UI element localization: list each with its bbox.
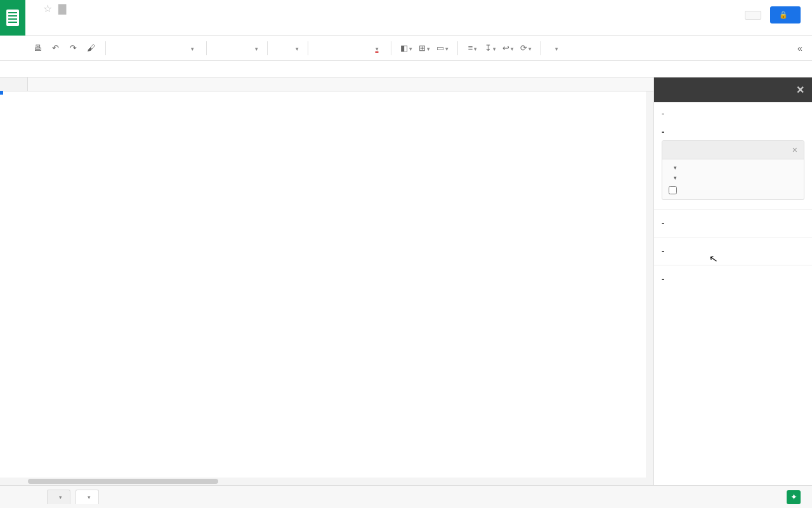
sheets-logo[interactable] [0,0,25,36]
redo-icon[interactable]: ↷ [67,43,79,53]
show-totals-checkbox[interactable] [669,186,797,194]
number-format[interactable]: ▾ [186,43,197,53]
data-range: - [662,109,804,118]
star-icon[interactable]: ☆ [43,3,52,15]
spreadsheet-grid[interactable] [0,77,653,485]
more-button[interactable]: ▾ [550,43,561,53]
folder-icon[interactable]: ▇ [58,3,66,15]
add-sheet-button[interactable] [6,490,22,505]
lock-icon: 🔒 [779,11,788,19]
fill-color-icon[interactable]: ◧▾ [400,43,412,53]
explore-icon: ✦ [787,490,801,504]
font-select[interactable]: ▾ [216,43,258,53]
sheet-tab-bar: ▾ ▾ ✦ [0,485,812,508]
rotate-icon[interactable]: ⟳▾ [520,43,532,53]
undo-icon[interactable]: ↶ [49,43,61,53]
text-color-button[interactable]: ▾ [370,43,382,53]
vertical-scrollbar[interactable] [646,91,653,485]
remove-group-icon[interactable]: × [792,145,797,155]
order-dropdown[interactable]: ▾ [669,164,797,171]
column-headers [0,77,653,91]
font-size-select[interactable]: ▾ [277,43,299,53]
toolbar: 🖶 ↶ ↷ 🖌 ▾ ▾ ▾ ▾ ◧▾ ⊞▾ ▭▾ ≡▾ ↧▾ ↩▾ ⟳▾ ▾ « [0,36,812,61]
sheet-tab-data[interactable]: ▾ [47,490,70,504]
formula-bar [0,61,812,77]
selection-box [0,91,3,94]
all-sheets-button[interactable] [27,490,42,505]
title-area: ☆ ▇ [25,0,745,17]
wrap-icon[interactable]: ↩▾ [502,43,514,53]
h-align-icon[interactable]: ≡▾ [467,43,478,53]
sheet-tab-pivot[interactable]: ▾ [75,490,99,504]
paint-format-icon[interactable]: 🖌 [85,43,96,53]
titlebar: ☆ ▇ 🔒 [0,0,812,36]
close-icon[interactable]: ✕ [796,84,804,96]
select-all-corner[interactable] [0,77,28,91]
sort-by-dropdown[interactable]: ▾ [669,175,797,181]
merge-icon[interactable]: ▭▾ [436,43,449,53]
comments-button[interactable] [745,11,761,20]
collapse-toolbar-icon[interactable]: « [794,43,806,53]
explore-button[interactable]: ✦ [787,490,806,504]
report-editor-panel: ✕ - - × ▾ ▾ - - [653,77,812,485]
borders-icon[interactable]: ⊞▾ [419,43,430,53]
horizontal-scrollbar[interactable] [0,478,653,485]
v-align-icon[interactable]: ↧▾ [485,43,496,53]
print-icon[interactable]: 🖶 [32,43,43,53]
share-button[interactable]: 🔒 [770,6,801,23]
rows-group-card: × ▾ ▾ [662,140,804,200]
